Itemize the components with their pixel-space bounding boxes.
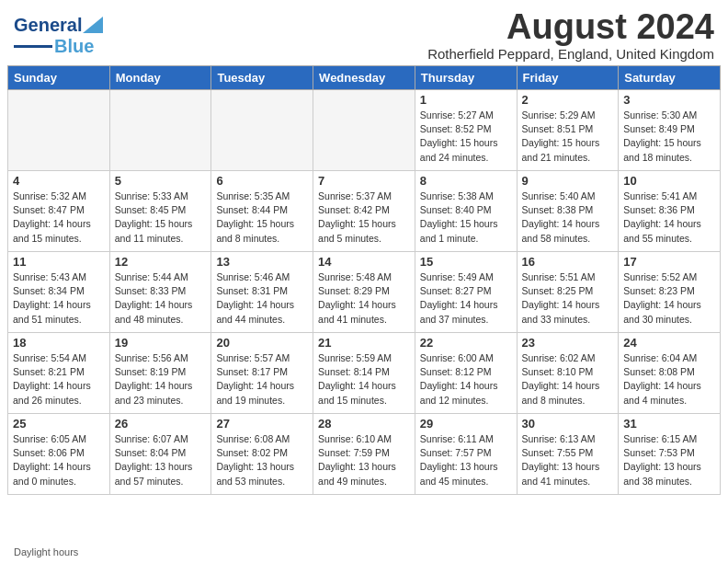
day-info: Sunrise: 5:49 AMSunset: 8:27 PMDaylight:… [420, 270, 512, 327]
page-header: General Blue August 2024 Rotherfield Pep… [0, 0, 728, 65]
daylight-hours-label: Daylight hours [14, 546, 78, 557]
day-number: 23 [522, 336, 614, 350]
day-info: Sunrise: 6:15 AMSunset: 7:53 PMDaylight:… [623, 432, 715, 488]
day-info: Sunrise: 6:10 AMSunset: 7:59 PMDaylight:… [318, 432, 410, 488]
day-number: 13 [216, 255, 308, 269]
day-header: Saturday [619, 66, 721, 90]
month-year-title: August 2024 [427, 9, 714, 44]
day-header: Sunday [8, 66, 110, 90]
calendar-cell: 27Sunrise: 6:08 AMSunset: 8:02 PMDayligh… [211, 414, 313, 495]
calendar-cell: 13Sunrise: 5:46 AMSunset: 8:31 PMDayligh… [211, 252, 313, 333]
day-info: Sunrise: 5:29 AMSunset: 8:51 PMDaylight:… [522, 109, 614, 165]
logo: General Blue [14, 15, 103, 57]
calendar-cell: 7Sunrise: 5:37 AMSunset: 8:42 PMDaylight… [313, 171, 415, 252]
day-info: Sunrise: 5:59 AMSunset: 8:14 PMDaylight:… [318, 351, 410, 408]
day-number: 25 [13, 417, 105, 431]
day-number: 31 [623, 417, 715, 431]
calendar-cell [109, 90, 211, 171]
calendar-cell [8, 90, 110, 171]
calendar-cell: 15Sunrise: 5:49 AMSunset: 8:27 PMDayligh… [415, 252, 517, 333]
day-number: 9 [522, 174, 614, 188]
day-info: Sunrise: 5:52 AMSunset: 8:23 PMDaylight:… [623, 270, 715, 327]
calendar-week-row: 4Sunrise: 5:32 AMSunset: 8:47 PMDaylight… [8, 171, 721, 252]
day-info: Sunrise: 5:43 AMSunset: 8:34 PMDaylight:… [13, 270, 105, 327]
calendar-cell: 22Sunrise: 6:00 AMSunset: 8:12 PMDayligh… [415, 333, 517, 414]
calendar-cell: 25Sunrise: 6:05 AMSunset: 8:06 PMDayligh… [8, 414, 110, 495]
day-number: 8 [420, 174, 512, 188]
calendar-cell: 10Sunrise: 5:41 AMSunset: 8:36 PMDayligh… [619, 171, 721, 252]
day-info: Sunrise: 5:30 AMSunset: 8:49 PMDaylight:… [623, 109, 715, 165]
calendar-cell: 26Sunrise: 6:07 AMSunset: 8:04 PMDayligh… [109, 414, 211, 495]
day-number: 18 [13, 336, 105, 350]
day-info: Sunrise: 6:02 AMSunset: 8:10 PMDaylight:… [522, 351, 614, 408]
calendar-cell: 11Sunrise: 5:43 AMSunset: 8:34 PMDayligh… [8, 252, 110, 333]
day-info: Sunrise: 5:38 AMSunset: 8:40 PMDaylight:… [420, 190, 512, 246]
calendar-cell: 21Sunrise: 5:59 AMSunset: 8:14 PMDayligh… [313, 333, 415, 414]
day-number: 16 [522, 255, 614, 269]
calendar-cell: 31Sunrise: 6:15 AMSunset: 7:53 PMDayligh… [619, 414, 721, 495]
day-number: 30 [522, 417, 614, 431]
day-info: Sunrise: 5:44 AMSunset: 8:33 PMDaylight:… [115, 270, 207, 327]
day-number: 4 [13, 174, 105, 188]
calendar-week-row: 11Sunrise: 5:43 AMSunset: 8:34 PMDayligh… [8, 252, 721, 333]
day-info: Sunrise: 5:37 AMSunset: 8:42 PMDaylight:… [318, 190, 410, 246]
calendar-cell: 12Sunrise: 5:44 AMSunset: 8:33 PMDayligh… [109, 252, 211, 333]
calendar-cell: 20Sunrise: 5:57 AMSunset: 8:17 PMDayligh… [211, 333, 313, 414]
calendar-cell: 16Sunrise: 5:51 AMSunset: 8:25 PMDayligh… [517, 252, 619, 333]
day-info: Sunrise: 5:40 AMSunset: 8:38 PMDaylight:… [522, 190, 614, 246]
day-number: 1 [420, 93, 512, 107]
day-number: 3 [623, 93, 715, 107]
calendar-cell: 8Sunrise: 5:38 AMSunset: 8:40 PMDaylight… [415, 171, 517, 252]
calendar-cell: 29Sunrise: 6:11 AMSunset: 7:57 PMDayligh… [415, 414, 517, 495]
day-info: Sunrise: 5:56 AMSunset: 8:19 PMDaylight:… [115, 351, 207, 408]
day-number: 26 [115, 417, 207, 431]
calendar-cell [211, 90, 313, 171]
day-info: Sunrise: 6:13 AMSunset: 7:55 PMDaylight:… [522, 432, 614, 488]
day-info: Sunrise: 5:57 AMSunset: 8:17 PMDaylight:… [216, 351, 308, 408]
calendar-table: SundayMondayTuesdayWednesdayThursdayFrid… [7, 65, 721, 495]
calendar-week-row: 25Sunrise: 6:05 AMSunset: 8:06 PMDayligh… [8, 414, 721, 495]
day-info: Sunrise: 5:27 AMSunset: 8:52 PMDaylight:… [420, 109, 512, 165]
calendar-cell: 17Sunrise: 5:52 AMSunset: 8:23 PMDayligh… [619, 252, 721, 333]
day-number: 19 [115, 336, 207, 350]
day-number: 21 [318, 336, 410, 350]
day-number: 15 [420, 255, 512, 269]
day-header: Thursday [415, 66, 517, 90]
day-info: Sunrise: 5:41 AMSunset: 8:36 PMDaylight:… [623, 190, 715, 246]
day-number: 2 [522, 93, 614, 107]
day-info: Sunrise: 6:00 AMSunset: 8:12 PMDaylight:… [420, 351, 512, 408]
svg-marker-0 [83, 17, 103, 33]
calendar-cell: 30Sunrise: 6:13 AMSunset: 7:55 PMDayligh… [517, 414, 619, 495]
calendar-cell: 6Sunrise: 5:35 AMSunset: 8:44 PMDaylight… [211, 171, 313, 252]
footer: Daylight hours [0, 545, 728, 563]
calendar-cell: 9Sunrise: 5:40 AMSunset: 8:38 PMDaylight… [517, 171, 619, 252]
day-info: Sunrise: 6:07 AMSunset: 8:04 PMDaylight:… [115, 432, 207, 488]
day-number: 27 [216, 417, 308, 431]
day-number: 7 [318, 174, 410, 188]
day-info: Sunrise: 6:08 AMSunset: 8:02 PMDaylight:… [216, 432, 308, 488]
day-header: Friday [517, 66, 619, 90]
day-number: 11 [13, 255, 105, 269]
day-number: 17 [623, 255, 715, 269]
logo-blue: Blue [54, 36, 94, 57]
day-info: Sunrise: 5:32 AMSunset: 8:47 PMDaylight:… [13, 190, 105, 246]
day-info: Sunrise: 6:05 AMSunset: 8:06 PMDaylight:… [13, 432, 105, 488]
calendar-wrap: SundayMondayTuesdayWednesdayThursdayFrid… [0, 65, 728, 545]
day-info: Sunrise: 5:51 AMSunset: 8:25 PMDaylight:… [522, 270, 614, 327]
day-number: 22 [420, 336, 512, 350]
day-number: 28 [318, 417, 410, 431]
day-number: 5 [115, 174, 207, 188]
calendar-week-row: 18Sunrise: 5:54 AMSunset: 8:21 PMDayligh… [8, 333, 721, 414]
calendar-cell: 23Sunrise: 6:02 AMSunset: 8:10 PMDayligh… [517, 333, 619, 414]
day-number: 20 [216, 336, 308, 350]
day-number: 14 [318, 255, 410, 269]
day-header: Wednesday [313, 66, 415, 90]
day-info: Sunrise: 5:33 AMSunset: 8:45 PMDaylight:… [115, 190, 207, 246]
calendar-cell: 18Sunrise: 5:54 AMSunset: 8:21 PMDayligh… [8, 333, 110, 414]
day-info: Sunrise: 5:35 AMSunset: 8:44 PMDaylight:… [216, 190, 308, 246]
location-title: Rotherfield Peppard, England, United Kin… [427, 46, 714, 62]
day-number: 29 [420, 417, 512, 431]
logo-general: General [14, 15, 82, 36]
day-number: 10 [623, 174, 715, 188]
day-header: Tuesday [211, 66, 313, 90]
